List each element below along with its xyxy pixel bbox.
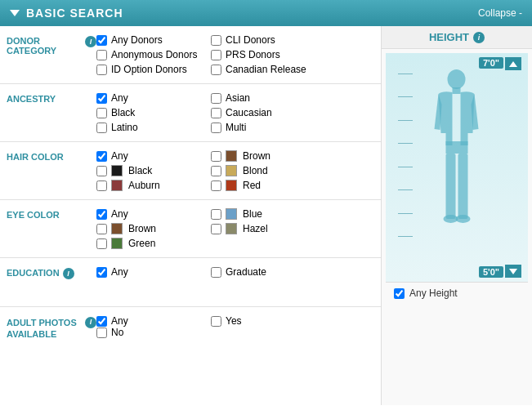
graduate-education-item[interactable]: Graduate	[211, 266, 325, 278]
no-photos-item[interactable]: No	[96, 327, 211, 338]
any-photos-label: Any	[111, 315, 128, 327]
asian-ancestry-item[interactable]: Asian	[211, 92, 325, 104]
latino-ancestry-checkbox[interactable]	[96, 123, 107, 133]
height-up-button[interactable]	[505, 57, 521, 70]
prs-donors-label: PRS Donors	[226, 49, 280, 60]
no-photos-checkbox[interactable]	[96, 328, 107, 338]
blue-eye-item[interactable]: Blue	[211, 208, 325, 220]
hazel-eye-checkbox[interactable]	[211, 224, 221, 234]
multi-ancestry-checkbox[interactable]	[211, 123, 221, 133]
anonymous-donors-checkbox[interactable]	[96, 50, 107, 60]
any-education-checkbox[interactable]	[96, 267, 107, 278]
auburn-hair-label: Auburn	[128, 180, 160, 191]
blue-eye-label: Blue	[243, 208, 262, 220]
any-hair-checkbox[interactable]	[96, 151, 107, 162]
graduate-education-checkbox[interactable]	[211, 267, 221, 278]
caucasian-ancestry-checkbox[interactable]	[211, 108, 221, 118]
id-option-donors-item[interactable]: ID Option Donors	[96, 64, 211, 75]
brown-eye-label: Brown	[128, 223, 156, 234]
any-education-item[interactable]: Any	[96, 266, 211, 278]
adult-photos-label: ADULT PHOTOS AVAILABLE i	[7, 315, 96, 341]
id-option-donors-label: ID Option Donors	[111, 64, 187, 75]
prs-donors-checkbox[interactable]	[211, 50, 221, 60]
black-ancestry-checkbox[interactable]	[96, 108, 107, 118]
adult-photos-info-icon[interactable]: i	[85, 317, 96, 328]
black-hair-label: Black	[128, 165, 152, 176]
anonymous-donors-label: Anonymous Donors	[111, 49, 197, 60]
cli-donors-checkbox[interactable]	[211, 35, 221, 46]
cli-donors-item[interactable]: CLI Donors	[211, 34, 325, 46]
any-ancestry-item[interactable]: Any	[96, 92, 211, 104]
any-hair-label: Any	[111, 150, 128, 162]
any-height-label: Any Height	[409, 287, 458, 299]
height-content: 7'0"	[386, 53, 528, 282]
donor-category-col1: Any Donors Anonymous Donors ID Option Do…	[96, 34, 211, 75]
blue-eye-checkbox[interactable]	[211, 209, 221, 220]
any-eye-label: Any	[111, 208, 128, 220]
yes-photos-label: Yes	[226, 315, 242, 327]
any-donors-label: Any Donors	[111, 34, 163, 46]
header-left: BASIC SEARCH	[10, 7, 123, 20]
ruler-line	[398, 143, 413, 144]
any-donors-item[interactable]: Any Donors	[96, 34, 211, 46]
education-section: EDUCATION i Any Graduate	[0, 258, 381, 307]
green-eye-checkbox[interactable]	[96, 238, 107, 249]
donor-category-info-icon[interactable]: i	[85, 36, 96, 47]
brown-hair-checkbox[interactable]	[211, 151, 221, 162]
yes-photos-checkbox[interactable]	[211, 316, 221, 327]
collapse-button[interactable]: Collapse -	[478, 7, 522, 19]
no-photos-label: No	[111, 327, 123, 338]
canadian-release-item[interactable]: Canadian Release	[211, 64, 325, 75]
ruler-line	[398, 189, 413, 190]
height-panel: HEIGHT i 7'0"	[381, 26, 532, 405]
red-hair-item[interactable]: Red	[211, 180, 325, 191]
height-info-icon[interactable]: i	[473, 32, 485, 43]
any-education-label: Any	[111, 266, 128, 278]
black-hair-swatch	[111, 165, 123, 176]
education-info-icon[interactable]: i	[63, 268, 74, 279]
brown-eye-checkbox[interactable]	[96, 224, 107, 234]
adult-photos-section: ADULT PHOTOS AVAILABLE i Any Yes	[0, 307, 381, 356]
prs-donors-item[interactable]: PRS Donors	[211, 49, 325, 60]
hair-color-col2: Brown Blond Red	[211, 150, 325, 191]
auburn-hair-checkbox[interactable]	[96, 180, 107, 191]
any-ancestry-checkbox[interactable]	[96, 93, 107, 104]
any-eye-item[interactable]: Any	[96, 208, 211, 220]
eye-color-content: Any Brown Green	[96, 208, 374, 249]
asian-ancestry-label: Asian	[226, 92, 250, 104]
any-eye-checkbox[interactable]	[96, 209, 107, 220]
green-eye-item[interactable]: Green	[96, 238, 211, 249]
red-hair-checkbox[interactable]	[211, 180, 221, 191]
any-photos-item[interactable]: Any	[96, 315, 211, 327]
any-donors-checkbox[interactable]	[96, 35, 107, 46]
any-photos-checkbox[interactable]	[96, 316, 107, 327]
blond-hair-item[interactable]: Blond	[211, 165, 325, 176]
any-hair-item[interactable]: Any	[96, 150, 211, 162]
yes-photos-item[interactable]: Yes	[211, 315, 325, 327]
anonymous-donors-item[interactable]: Anonymous Donors	[96, 49, 211, 60]
height-down-button[interactable]	[505, 265, 521, 278]
auburn-hair-item[interactable]: Auburn	[96, 180, 211, 191]
black-hair-checkbox[interactable]	[96, 166, 107, 176]
donor-category-label: DONOR CATEGORY i	[7, 34, 96, 56]
canadian-release-checkbox[interactable]	[211, 65, 221, 75]
hair-color-label: HAIR COLOR	[7, 150, 96, 162]
green-eye-label: Green	[128, 238, 155, 249]
brown-hair-item[interactable]: Brown	[211, 150, 325, 162]
blond-hair-checkbox[interactable]	[211, 166, 221, 176]
blond-hair-label: Blond	[243, 165, 268, 176]
brown-eye-item[interactable]: Brown	[96, 223, 211, 234]
black-ancestry-label: Black	[111, 107, 135, 118]
caucasian-ancestry-item[interactable]: Caucasian	[211, 107, 325, 118]
black-hair-item[interactable]: Black	[96, 165, 211, 176]
blue-eye-swatch	[226, 208, 237, 220]
education-col2: Graduate	[211, 266, 325, 278]
asian-ancestry-checkbox[interactable]	[211, 93, 221, 104]
latino-ancestry-item[interactable]: Latino	[96, 122, 211, 133]
education-content: Any Graduate	[96, 266, 374, 278]
any-height-checkbox[interactable]	[394, 288, 405, 299]
hazel-eye-item[interactable]: Hazel	[211, 223, 325, 234]
black-ancestry-item[interactable]: Black	[96, 107, 211, 118]
id-option-donors-checkbox[interactable]	[96, 65, 107, 75]
multi-ancestry-item[interactable]: Multi	[211, 122, 325, 133]
